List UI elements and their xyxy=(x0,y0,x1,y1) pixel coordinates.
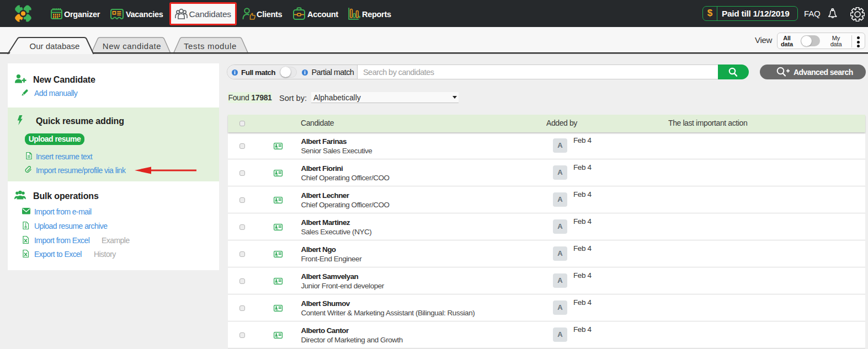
svg-text:Tests module: Tests module xyxy=(184,41,237,51)
svg-text:New candidate: New candidate xyxy=(103,41,161,51)
svg-text:Our database: Our database xyxy=(30,41,80,51)
